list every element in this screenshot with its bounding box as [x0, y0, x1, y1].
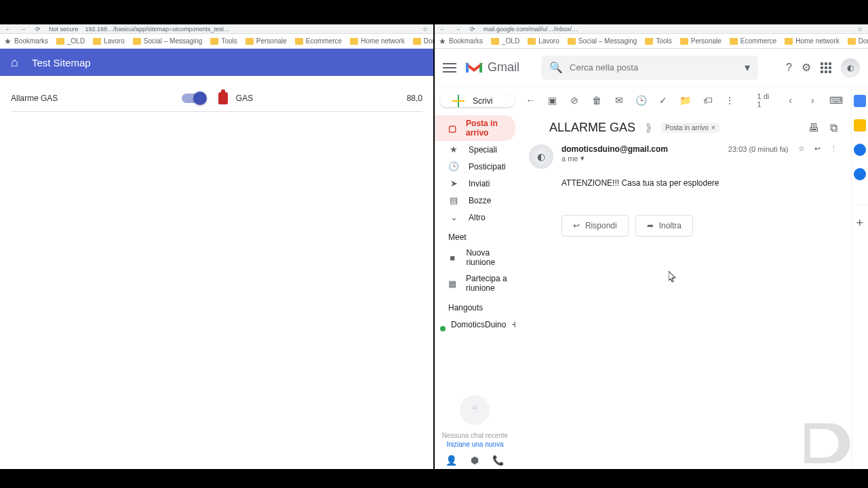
unread-icon[interactable]: ✉	[613, 95, 625, 106]
reload-icon[interactable]: ⟳	[469, 25, 477, 33]
label-chip[interactable]: Posta in arrivo×	[661, 123, 719, 133]
star-icon[interactable]: ☆	[421, 25, 429, 33]
bookmark-folder[interactable]: Social – Messaging	[568, 37, 637, 45]
more-icon[interactable]: ⋮	[724, 95, 736, 106]
bookmarks-root[interactable]: ★Bookmarks	[439, 37, 483, 46]
calendar-icon[interactable]	[854, 95, 866, 107]
video-icon: ■	[448, 253, 456, 263]
hangout-user-row[interactable]: DomoticsDuino +	[435, 315, 515, 334]
bookmark-folder[interactable]: Home network	[785, 37, 839, 45]
reply-icon[interactable]: ↩	[814, 144, 821, 153]
chat-placeholder-icon: ❝	[460, 395, 490, 425]
bookmark-folder[interactable]: Ecommerce	[295, 37, 342, 45]
addons-plus-icon[interactable]: +	[852, 205, 868, 230]
phone-icon[interactable]: 📞	[492, 455, 504, 466]
bookmark-folder[interactable]: Domoticsduino	[848, 37, 868, 45]
label-icon[interactable]: 🏷	[702, 95, 713, 106]
alarm-toggle[interactable]	[182, 94, 205, 103]
search-input[interactable]	[570, 62, 738, 73]
bookmark-folder[interactable]: Tools	[645, 37, 671, 45]
contacts-icon[interactable]	[854, 168, 866, 180]
back-icon[interactable]: ←	[4, 25, 12, 33]
star-message-icon[interactable]: ☆	[798, 144, 805, 153]
menu-icon[interactable]	[443, 63, 456, 73]
bookmark-folder[interactable]: Home network	[350, 37, 404, 45]
sidebar-item-inbox[interactable]: ▢Posta in arrivo	[435, 115, 515, 141]
sidebar-item-snoozed[interactable]: 🕒Posticipati	[435, 158, 515, 175]
gmail-m-icon	[465, 61, 484, 75]
inbox-icon: ▢	[448, 123, 456, 134]
bookmark-folder[interactable]: Tools	[210, 37, 237, 45]
bookmark-folder[interactable]: _OLD	[491, 37, 519, 45]
reply-icon: ↩	[573, 221, 580, 230]
sender-email[interactable]: domoticsduino@gmail.com	[561, 144, 720, 154]
address-bar-right[interactable]: mail.google.com/mail/u/…/inbox/…	[484, 26, 849, 33]
task-icon[interactable]: ✓	[658, 95, 669, 106]
star-icon[interactable]: ☆	[856, 25, 864, 33]
next-icon[interactable]: ›	[807, 95, 818, 106]
forward-button[interactable]: ➦Inoltra	[635, 215, 693, 237]
gmail-header: Gmail 🔍 ▾ ? ⚙ ◐	[435, 49, 868, 87]
bookmark-folder[interactable]: Personale	[245, 37, 287, 45]
keep-icon[interactable]	[854, 119, 866, 131]
bookmark-folder[interactable]: Social – Messaging	[133, 37, 203, 45]
back-icon[interactable]: ←	[439, 25, 447, 33]
sidebar-item-join-meeting[interactable]: ▦Partecipa a riunione	[435, 270, 515, 296]
gear-icon[interactable]: ⚙	[802, 61, 811, 74]
sidebar-item-drafts[interactable]: ▤Bozze	[435, 192, 515, 209]
forward-icon[interactable]: →	[454, 25, 462, 33]
chevron-down-icon[interactable]: ▾	[580, 154, 585, 163]
input-tools-icon[interactable]: ⌨	[829, 95, 842, 106]
tasks-icon[interactable]	[854, 144, 866, 156]
bookmark-folder[interactable]: _OLD	[56, 37, 85, 45]
spam-icon[interactable]: ⊘	[569, 95, 580, 106]
page-title: Test Sitemap	[32, 57, 91, 68]
bookmark-folder[interactable]: Domoticsduino	[413, 37, 435, 45]
forward-icon[interactable]: →	[19, 25, 27, 33]
sidebar-item-sent[interactable]: ➤Inviati	[435, 175, 515, 192]
archive-icon[interactable]: ▣	[547, 95, 559, 106]
open-new-window-icon[interactable]: ⧉	[830, 122, 837, 134]
gas-label: GAS	[236, 94, 407, 103]
sender-row: ◐ domoticsduino@gmail.com a me▾ 23:03 (0…	[515, 140, 851, 173]
bookmark-folder[interactable]: Ecommerce	[730, 37, 776, 45]
sidebar-item-more[interactable]: ⌄Altro	[435, 209, 515, 226]
recipient-line[interactable]: a me▾	[561, 154, 720, 163]
delete-icon[interactable]: 🗑	[591, 95, 603, 106]
search-options-icon[interactable]: ▾	[745, 61, 750, 74]
hangouts-section-label: Hangouts	[435, 296, 515, 315]
account-avatar[interactable]: ◐	[841, 58, 860, 77]
prev-icon[interactable]: ‹	[785, 95, 796, 106]
sidebar-item-starred[interactable]: ★Speciali	[435, 141, 515, 158]
person-icon[interactable]: 👤	[446, 455, 457, 466]
bookmark-folder[interactable]: Lavoro	[528, 37, 559, 45]
sidebar-item-new-meeting[interactable]: ■Nuova riunione	[435, 245, 515, 270]
search-box[interactable]: 🔍 ▾	[541, 56, 758, 80]
sender-avatar[interactable]: ◐	[529, 144, 553, 169]
reload-icon[interactable]: ⟳	[34, 25, 42, 33]
print-icon[interactable]: 🖶	[808, 122, 819, 134]
bookmark-folder[interactable]: Lavoro	[93, 37, 125, 45]
search-icon[interactable]: 🔍	[549, 61, 563, 74]
more-icon[interactable]: ⋮	[830, 144, 837, 153]
message-toolbar: ← ▣ ⊘ 🗑 ✉ 🕒 ✓ 📁 🏷 ⋮ 1 di 1 ‹ › ⌨	[515, 87, 851, 114]
start-chat-link[interactable]: Iniziane una nuova	[441, 441, 509, 448]
compose-button[interactable]: Scrivi	[440, 95, 515, 107]
important-marker-icon[interactable]: ⟫	[642, 121, 654, 134]
bookmarks-root[interactable]: ★Bookmarks	[4, 37, 48, 46]
apps-grid-icon[interactable]	[821, 62, 831, 73]
gmail-logo[interactable]: Gmail	[465, 60, 519, 75]
home-icon[interactable]: ⌂	[11, 56, 18, 70]
back-icon[interactable]: ←	[525, 95, 536, 106]
hangout-bubble-icon[interactable]: ⬢	[471, 455, 479, 466]
bookmark-folder[interactable]: Personale	[680, 37, 722, 45]
label-remove-icon[interactable]: ×	[711, 124, 715, 131]
reply-button[interactable]: ↩Rispondi	[561, 215, 629, 237]
bookmarks-bar-right: ★Bookmarks _OLD Lavoro Social – Messagin…	[435, 34, 868, 49]
move-icon[interactable]: 📁	[679, 95, 691, 106]
snooze-icon[interactable]: 🕒	[635, 95, 647, 106]
chevron-down-icon: ⌄	[448, 212, 459, 222]
support-icon[interactable]: ?	[786, 62, 792, 74]
address-bar-left[interactable]: 192.168…/basicui/app/sitemap=uicomponent…	[85, 26, 414, 33]
draft-icon: ▤	[448, 195, 459, 205]
